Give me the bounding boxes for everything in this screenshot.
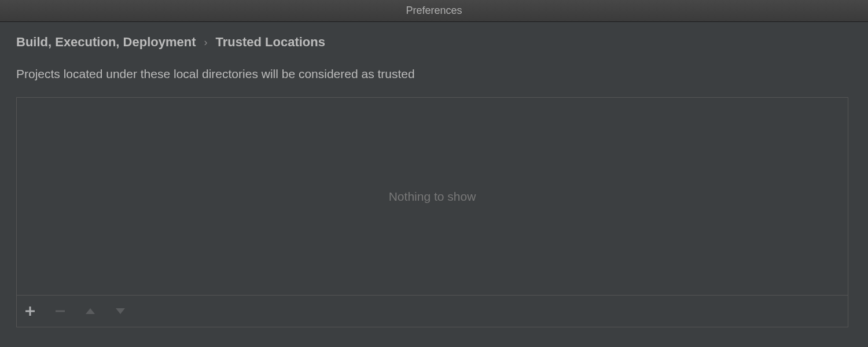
breadcrumb: Build, Execution, Deployment › Trusted L… [16, 35, 852, 50]
list-toolbar [17, 296, 848, 327]
page-description: Projects located under these local direc… [16, 67, 852, 81]
empty-list-text: Nothing to show [389, 190, 476, 204]
svg-rect-2 [56, 311, 65, 312]
trusted-locations-list: Nothing to show [16, 97, 848, 327]
window-title: Preferences [406, 5, 462, 17]
svg-marker-4 [116, 308, 125, 314]
chevron-right-icon: › [204, 36, 207, 49]
triangle-up-icon [85, 308, 95, 315]
breadcrumb-current: Trusted Locations [215, 35, 325, 50]
preferences-content: Build, Execution, Deployment › Trusted L… [0, 22, 868, 340]
triangle-down-icon [115, 308, 126, 315]
breadcrumb-parent[interactable]: Build, Execution, Deployment [16, 35, 196, 50]
minus-icon [55, 306, 65, 316]
remove-button[interactable] [54, 305, 67, 318]
window-titlebar: Preferences [0, 0, 868, 22]
svg-rect-1 [25, 311, 35, 312]
add-button[interactable] [24, 305, 36, 318]
svg-marker-3 [86, 308, 95, 314]
list-body[interactable]: Nothing to show [17, 98, 848, 296]
move-down-button[interactable] [114, 305, 127, 318]
move-up-button[interactable] [84, 305, 97, 318]
plus-icon [25, 306, 35, 316]
